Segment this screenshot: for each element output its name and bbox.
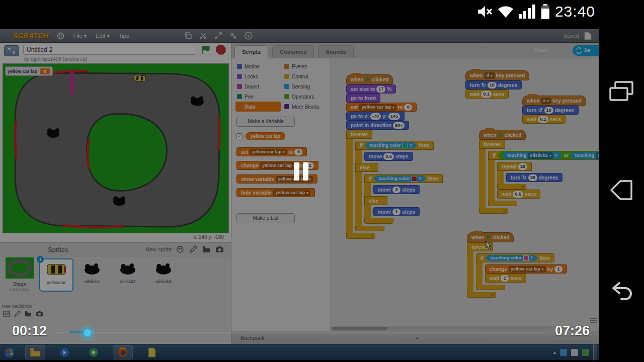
- scratch-block[interactable]: wait0.1secs: [465, 89, 509, 99]
- script-stack[interactable]: when⚑clickedforeveriftouching color?then…: [467, 232, 567, 298]
- tray-icon-1[interactable]: [560, 349, 567, 356]
- grow-icon[interactable]: [214, 32, 222, 40]
- value-input[interactable]: 17: [376, 86, 385, 93]
- value-input[interactable]: 0: [404, 104, 412, 111]
- condition-block[interactable]: touchingoilslick2▾?: [570, 152, 599, 159]
- scratch-block[interactable]: set size to17%: [346, 84, 396, 94]
- condition-block[interactable]: touchingoilslick1▾?: [502, 152, 562, 159]
- value-input[interactable]: 1: [554, 266, 562, 273]
- category-motion[interactable]: Motion: [235, 61, 281, 71]
- scratch-block[interactable]: iftouching color?thenchangeyellow car la…: [476, 253, 567, 290]
- seek-thumb[interactable]: [80, 325, 95, 340]
- sprite-info-button[interactable]: i: [37, 256, 44, 263]
- scratch-block[interactable]: changeyellow car lap▾by1: [485, 264, 567, 274]
- scratch-block[interactable]: foreveriftouching color?thenmove0.5steps…: [346, 130, 443, 239]
- value-dropdown[interactable]: 90▾: [393, 122, 405, 129]
- scratch-block[interactable]: iftouching color?thenmove3stepselsemove1…: [364, 174, 443, 224]
- tray-icon-2[interactable]: [571, 349, 578, 356]
- dropdown[interactable]: yellow car lap▾: [260, 162, 297, 169]
- video-player[interactable]: SCRATCH File ▾Edit ▾Tips ? Saved: [0, 23, 599, 362]
- scrollbar-thumb[interactable]: [332, 327, 387, 330]
- value-input[interactable]: 145: [388, 113, 400, 120]
- script-stack[interactable]: when⚑clickedforeveriftouchingoilslick1▾?…: [479, 130, 599, 214]
- category-data[interactable]: Data: [235, 102, 281, 112]
- scratch-block[interactable]: move0.5steps: [364, 152, 413, 161]
- scratch-block[interactable]: hide variableyellow car lap▾: [236, 188, 315, 197]
- condition-block[interactable]: touching color?: [364, 142, 417, 149]
- upload-sprite-icon[interactable]: [202, 246, 210, 253]
- dropdown[interactable]: oilslick1▾: [528, 152, 553, 159]
- value-input[interactable]: 10: [518, 163, 527, 170]
- value-input[interactable]: 0: [294, 149, 302, 155]
- menu-item[interactable]: Edit ▾: [96, 33, 110, 39]
- stage-card[interactable]: Stage 1 backdrop: [3, 257, 36, 301]
- taskbar-folder-button[interactable]: [25, 345, 45, 359]
- horizontal-scrollbar[interactable]: [331, 326, 591, 331]
- green-flag-button[interactable]: [201, 45, 211, 57]
- tray-icon-3[interactable]: [582, 349, 589, 356]
- condition-block[interactable]: touching color?: [485, 255, 538, 261]
- sprite-card-yellowcar[interactable]: yellowcari: [39, 258, 73, 292]
- dropdown[interactable]: yellow car lap▾: [250, 149, 287, 155]
- scratch-block[interactable]: foreveriftouchingoilslick1▾?ortouchingoi…: [479, 140, 599, 214]
- taskbar-document-button[interactable]: [142, 345, 162, 359]
- backdrop-library-icon[interactable]: [3, 311, 10, 317]
- category-more-blocks[interactable]: More Blocks: [283, 102, 328, 112]
- page-icon[interactable]: [584, 32, 592, 40]
- scratch-block[interactable]: foreveriftouching color?thenchangeyellow…: [467, 242, 567, 298]
- presentation-mode-button[interactable]: [4, 45, 19, 56]
- scratch-block[interactable]: move3steps: [373, 185, 420, 194]
- back-button[interactable]: [607, 278, 635, 306]
- dropdown[interactable]: a▾: [541, 98, 551, 104]
- value-input[interactable]: 3: [392, 187, 400, 193]
- scratch-block[interactable]: go to x:-70y:145: [346, 112, 405, 121]
- delete-icon[interactable]: [199, 32, 207, 40]
- scratch-block[interactable]: whena▾key pressed: [522, 96, 586, 106]
- variable-monitor[interactable]: yellow car lap 0: [5, 66, 53, 76]
- scratch-block[interactable]: when⚑clicked: [479, 130, 526, 140]
- scratch-block[interactable]: turn↺10degrees: [522, 106, 579, 115]
- value-input[interactable]: 30: [528, 174, 537, 181]
- script-stack[interactable]: whend▾key pressedturn↻10degreeswait0.1se…: [465, 70, 529, 99]
- scratch-block[interactable]: iftouchingoilslick1▾?ortouchingoilslick2…: [488, 151, 599, 206]
- category-control[interactable]: Control: [283, 71, 328, 81]
- camera-sprite-icon[interactable]: [215, 246, 224, 253]
- sprite-card-oilslick1[interactable]: oilslick1: [75, 258, 109, 292]
- scratch-block[interactable]: point in direction90▾: [346, 121, 409, 130]
- scratch-block[interactable]: wait0.1secs: [522, 115, 566, 124]
- paint-sprite-icon[interactable]: [189, 245, 197, 253]
- home-button[interactable]: [607, 176, 635, 204]
- upload-backdrop-icon[interactable]: [25, 311, 32, 317]
- condition-block[interactable]: touchingoilslick1▾?ortouchingoilslick2▾?: [497, 151, 599, 160]
- language-globe-icon[interactable]: [57, 32, 64, 40]
- dropdown[interactable]: yellow car lap▾: [359, 104, 396, 111]
- scratch-block[interactable]: move1steps: [373, 207, 420, 216]
- value-input[interactable]: -70: [370, 113, 381, 120]
- tab-costumes[interactable]: Costumes: [272, 45, 314, 58]
- start-button[interactable]: [3, 346, 16, 359]
- sprite-library-icon[interactable]: [176, 245, 184, 253]
- share-button[interactable]: Share: [534, 47, 549, 53]
- scripts-pane[interactable]: when⚑clickedset size to17%go to frontset…: [331, 58, 599, 331]
- variable-reporter-block[interactable]: yellow car lap: [246, 132, 285, 140]
- category-events[interactable]: Events: [283, 61, 328, 71]
- paint-backdrop-icon[interactable]: [14, 311, 21, 317]
- block-help-icon[interactable]: ?: [245, 32, 253, 40]
- scratch-block[interactable]: wait1secs: [485, 274, 526, 283]
- scratch-block[interactable]: repeat10turn↻30degrees↺: [497, 162, 562, 190]
- dropdown[interactable]: yellow car lap▾: [273, 190, 310, 196]
- value-input[interactable]: 10: [488, 82, 497, 88]
- see-project-page-button[interactable]: Se: [573, 45, 599, 56]
- variable-visible-checkbox[interactable]: ✓: [236, 133, 243, 139]
- shrink-icon[interactable]: [229, 32, 237, 40]
- resize-grip[interactable]: [590, 318, 597, 324]
- color-swatch[interactable]: [523, 255, 529, 261]
- scratch-block[interactable]: turn↻30degrees: [506, 173, 562, 182]
- make-list-button[interactable]: Make a List: [236, 213, 295, 223]
- category-looks[interactable]: Looks: [235, 71, 281, 81]
- script-stack[interactable]: whena▾key pressedturn↺10degreeswait0.1se…: [522, 96, 586, 124]
- stage[interactable]: yellow car lap 0: [3, 63, 229, 233]
- value-input[interactable]: 1: [501, 275, 509, 282]
- stop-button[interactable]: [216, 45, 226, 57]
- project-title-input[interactable]: [23, 45, 195, 55]
